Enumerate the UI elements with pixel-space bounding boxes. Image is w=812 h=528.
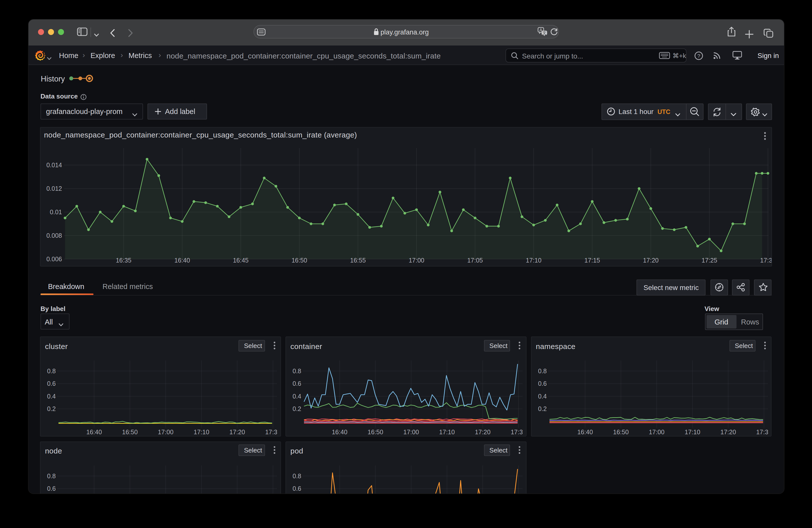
svg-text:0.8: 0.8 (47, 472, 56, 479)
svg-text:17:20: 17:20 (720, 428, 736, 436)
svg-text:16:50: 16:50 (613, 428, 629, 436)
svg-text:0.8: 0.8 (538, 367, 547, 375)
svg-text:0.6: 0.6 (47, 485, 56, 492)
svg-text:17:15: 17:15 (584, 256, 600, 264)
svg-text:文: 文 (542, 31, 546, 35)
svg-text:17:10: 17:10 (684, 428, 700, 436)
svg-text:?: ? (697, 53, 700, 59)
svg-text:16:45: 16:45 (233, 256, 249, 264)
svg-text:17:10: 17:10 (526, 256, 541, 264)
svg-text:16:50: 16:50 (367, 428, 383, 436)
svg-text:17:10: 17:10 (194, 428, 209, 436)
svg-text:17:10: 17:10 (439, 428, 455, 436)
svg-text:0.4: 0.4 (538, 393, 547, 400)
svg-text:0.2: 0.2 (47, 405, 56, 412)
svg-text:17:30: 17:30 (265, 428, 281, 436)
svg-text:17:20: 17:20 (230, 428, 245, 436)
svg-text:0.6: 0.6 (47, 380, 56, 387)
svg-text:16:55: 16:55 (350, 256, 366, 264)
svg-text:16:35: 16:35 (116, 256, 131, 264)
svg-text:17:20: 17:20 (475, 428, 491, 436)
svg-text:17:20: 17:20 (643, 256, 659, 264)
svg-text:17:25: 17:25 (701, 256, 717, 264)
svg-text:17:30: 17:30 (510, 428, 526, 436)
svg-text:16:40: 16:40 (332, 428, 348, 436)
svg-text:16:50: 16:50 (122, 428, 138, 436)
svg-text:16:40: 16:40 (577, 428, 593, 436)
svg-text:0.008: 0.008 (46, 232, 62, 239)
svg-text:17:05: 17:05 (467, 256, 483, 264)
svg-text:16:50: 16:50 (291, 256, 307, 264)
svg-text:17:00: 17:00 (649, 428, 665, 436)
svg-text:0.4: 0.4 (292, 393, 301, 400)
svg-text:0.4: 0.4 (47, 393, 56, 400)
svg-text:0.6: 0.6 (292, 485, 301, 492)
svg-text:0.6: 0.6 (292, 380, 301, 387)
svg-text:0.8: 0.8 (47, 367, 56, 375)
svg-text:0.2: 0.2 (292, 405, 301, 412)
svg-text:0.006: 0.006 (46, 255, 62, 262)
svg-text:0.8: 0.8 (292, 367, 301, 375)
svg-text:16:40: 16:40 (174, 256, 190, 264)
svg-text:17:00: 17:00 (403, 428, 419, 436)
svg-text:0.2: 0.2 (538, 405, 547, 412)
svg-text:17:00: 17:00 (158, 428, 174, 436)
svg-text:0.014: 0.014 (46, 161, 62, 168)
svg-text:17:30: 17:30 (756, 428, 772, 436)
svg-text:17:00: 17:00 (409, 256, 424, 264)
svg-text:0.8: 0.8 (292, 472, 301, 479)
svg-text:0.012: 0.012 (46, 185, 62, 192)
svg-text:0.01: 0.01 (50, 208, 62, 215)
svg-text:16:40: 16:40 (86, 428, 102, 436)
svg-text:0.6: 0.6 (538, 380, 547, 387)
svg-text:17:30: 17:30 (760, 256, 772, 264)
